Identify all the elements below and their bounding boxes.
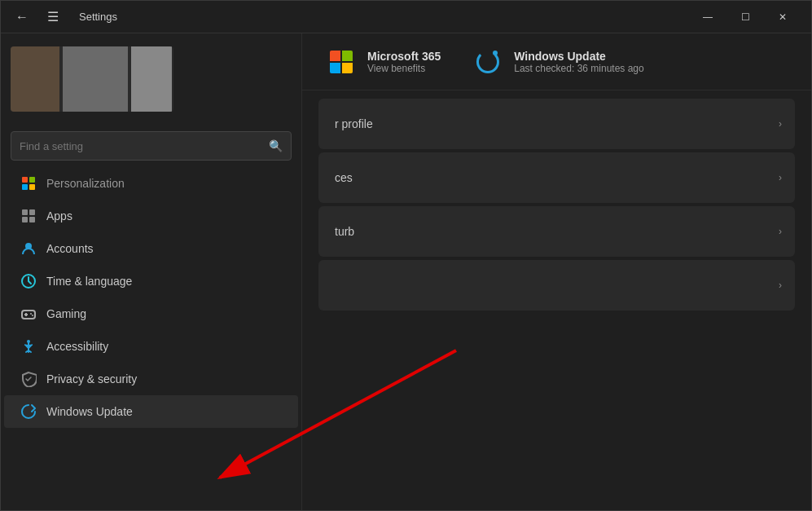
accessibility-icon [20,338,37,355]
update-spinner-icon [476,51,499,73]
svg-rect-7 [29,217,35,222]
windows-update-icon [20,403,37,420]
row3-text: turb [335,225,354,238]
main-rows: r profile › ces › turb › › [302,90,811,510]
sidebar: 🔍 Personalization [1,33,302,510]
titlebar-left-controls: ← ☰ Settings [11,6,117,29]
svg-rect-10 [22,311,35,319]
sidebar-item-apps[interactable]: Apps [4,200,298,232]
svg-rect-3 [29,184,35,190]
svg-rect-1 [29,177,35,183]
sidebar-item-windows-update[interactable]: Windows Update [4,395,298,428]
main-content-area: Microsoft 365 View benefits Windows Upda… [302,33,811,510]
ms365-text: Microsoft 365 View benefits [367,50,441,74]
content-row-2[interactable]: ces › [318,152,795,203]
sidebar-item-time-language[interactable]: Time & language [4,265,298,297]
svg-rect-4 [22,209,28,215]
content-row-3[interactable]: turb › [318,206,795,257]
content-area: 🔍 Personalization [1,33,811,510]
accessibility-label: Accessibility [46,340,282,353]
time-icon [20,273,37,289]
ms365-q2 [342,51,353,61]
sidebar-item-accounts[interactable]: Accounts [4,232,298,265]
sidebar-item-personalization[interactable]: Personalization [4,167,298,200]
personalization-label: Personalization [46,177,282,190]
svg-point-13 [30,313,32,315]
personalization-icon [20,175,37,192]
profile-img-block1 [11,46,59,112]
row2-text: ces [335,171,353,184]
sidebar-search-container: 🔍 [1,125,301,167]
back-button[interactable]: ← [11,6,33,29]
titlebar-right-controls: — ☐ ✕ [689,1,801,33]
privacy-security-label: Privacy & security [46,372,282,385]
sidebar-item-gaming[interactable]: Gaming [4,297,298,330]
profile-img-block2 [63,46,128,112]
gaming-label: Gaming [46,307,282,320]
sidebar-item-accessibility[interactable]: Accessibility [4,330,298,363]
search-box[interactable]: 🔍 [11,131,292,161]
ms365-q4 [342,63,353,73]
minimize-button[interactable]: — [689,1,726,33]
svg-rect-5 [29,209,35,215]
row1-chevron: › [779,118,782,130]
row3-chevron: › [779,226,782,237]
apps-icon [20,208,37,224]
windows-update-title: Windows Update [514,50,643,63]
search-input[interactable] [20,140,262,152]
window-title: Settings [79,11,117,23]
windows-update-topbar-item[interactable]: Windows Update Last checked: 36 minutes … [473,47,643,77]
profile-image [11,46,173,112]
titlebar: ← ☰ Settings — ☐ ✕ [1,1,811,33]
sidebar-profile [1,33,301,125]
close-button[interactable]: ✕ [764,1,801,33]
settings-window: ← ☰ Settings — ☐ ✕ [0,0,812,511]
content-row-4[interactable]: › [318,260,795,311]
microsoft365-item[interactable]: Microsoft 365 View benefits [327,47,441,77]
privacy-icon [20,371,37,387]
gaming-icon [20,306,37,322]
windows-update-topbar-icon [473,47,503,77]
accounts-label: Accounts [46,242,282,255]
ms365-q1 [330,51,340,61]
svg-rect-6 [22,217,28,222]
sidebar-item-privacy-security[interactable]: Privacy & security [4,363,298,395]
windows-update-text: Windows Update Last checked: 36 minutes … [514,50,643,74]
maximize-button[interactable]: ☐ [726,1,764,33]
profile-img-block3 [131,46,172,112]
ms365-grid [330,51,353,73]
content-row-1[interactable]: r profile › [318,99,795,149]
hamburger-button[interactable]: ☰ [42,6,64,29]
accounts-icon [20,240,37,257]
svg-rect-0 [22,177,28,183]
search-icon: 🔍 [269,139,283,152]
windows-update-label: Windows Update [46,405,282,418]
time-language-label: Time & language [46,275,282,288]
main-topbar: Microsoft 365 View benefits Windows Upda… [302,33,811,90]
row4-chevron: › [779,280,782,291]
ms365-subtitle: View benefits [367,63,441,74]
svg-rect-2 [22,184,28,190]
apps-label: Apps [46,209,282,222]
ms365-icon [327,47,356,77]
svg-point-14 [32,315,33,316]
row1-text: r profile [335,117,373,130]
ms365-q3 [330,63,340,73]
ms365-title: Microsoft 365 [367,50,441,63]
row2-chevron: › [779,172,782,183]
windows-update-subtitle: Last checked: 36 minutes ago [514,63,643,74]
